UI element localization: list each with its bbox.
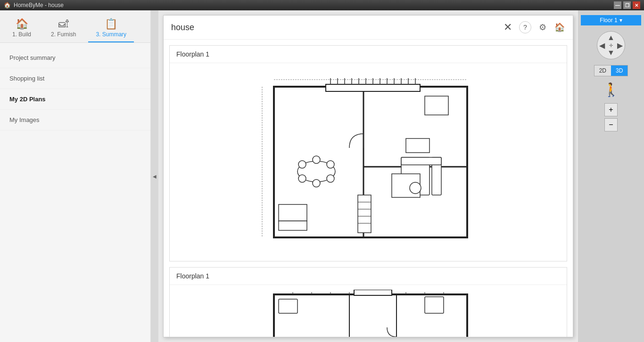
right-panel: Floor 1 ▾ ▲ ◀ ✛ ▶ ▼ 2D 3D 🚶 + − <box>578 10 644 342</box>
main-container: 🏠 1. Build 🛋 2. Furnish 📋 3. Summary Pro… <box>0 10 644 342</box>
floor-selector-container: Floor 1 ▾ <box>581 15 641 25</box>
tab-furnish[interactable]: 🛋 2. Furnish <box>43 14 83 42</box>
tab-furnish-label: 2. Furnish <box>51 31 76 38</box>
help-button[interactable]: ? <box>519 21 531 33</box>
svg-point-7 <box>327 175 334 182</box>
floorplan-2-image <box>170 285 567 337</box>
modal-title: house <box>171 23 194 33</box>
person-icon[interactable]: 🚶 <box>603 82 619 98</box>
furnish-icon: 🛋 <box>58 18 69 30</box>
compass-right-button[interactable]: ▶ <box>617 41 623 50</box>
my-2d-plans-label: My 2D Plans <box>9 96 46 103</box>
floorplan-2-svg <box>255 290 481 337</box>
floor-select-button[interactable]: Floor 1 ▾ <box>581 15 641 25</box>
view-3d-button[interactable]: 3D <box>611 65 627 76</box>
svg-rect-12 <box>401 157 441 165</box>
svg-rect-54 <box>279 299 297 313</box>
sidebar: 🏠 1. Build 🛋 2. Furnish 📋 3. Summary Pro… <box>0 10 151 342</box>
svg-point-6 <box>327 161 334 168</box>
sidebar-item-my-images[interactable]: My Images <box>0 110 150 130</box>
view-2d-button[interactable]: 2D <box>594 65 611 76</box>
modal-panel: house ✕ ? ⚙ 🏠 Floorplan 1 <box>163 15 573 337</box>
zoom-out-button[interactable]: − <box>604 118 618 131</box>
titlebar: 🏠 HomeByMe - house — ❐ ✕ <box>0 0 644 10</box>
floorplan-card-1: Floorplan 1 <box>169 45 567 261</box>
floorplan-2-label: Floorplan 1 <box>170 268 567 285</box>
svg-point-16 <box>410 182 421 194</box>
svg-rect-25 <box>279 204 307 221</box>
tab-build[interactable]: 🏠 1. Build <box>5 14 39 42</box>
compass-up-button[interactable]: ▲ <box>607 33 615 42</box>
zoom-controls: + − <box>604 103 618 131</box>
sidebar-item-shopping-list[interactable]: Shopping list <box>0 68 150 89</box>
svg-rect-14 <box>425 96 448 115</box>
floorplan-1-image <box>170 63 567 261</box>
compass-left-button[interactable]: ◀ <box>599 41 605 50</box>
svg-point-5 <box>313 156 320 163</box>
shopping-list-label: Shopping list <box>9 75 44 82</box>
settings-button[interactable]: ⚙ <box>537 22 548 33</box>
tab-summary-label: 3. Summary <box>96 31 126 38</box>
close-button[interactable]: ✕ <box>633 1 640 9</box>
svg-rect-13 <box>406 138 429 153</box>
sidebar-menu: Project summary Shopping list My 2D Plan… <box>0 43 150 135</box>
svg-rect-27 <box>326 84 420 91</box>
titlebar-left: 🏠 HomeByMe - house <box>4 2 64 8</box>
compass-down-button[interactable]: ▼ <box>607 49 615 57</box>
nav-tabs: 🏠 1. Build 🛋 2. Furnish 📋 3. Summary <box>0 10 150 43</box>
toggle-icon: ◀ <box>153 174 157 179</box>
content-area: house ✕ ? ⚙ 🏠 Floorplan 1 <box>158 10 578 342</box>
sidebar-item-project-summary[interactable]: Project summary <box>0 48 150 68</box>
nav-compass: ▲ ◀ ✛ ▶ ▼ <box>597 31 625 59</box>
project-summary-label: Project summary <box>9 54 56 61</box>
svg-point-8 <box>313 179 320 187</box>
modal-header: house ✕ ? ⚙ 🏠 <box>164 16 573 40</box>
floorplan-1-label: Floorplan 1 <box>170 46 567 63</box>
app-icon: 🏠 <box>4 2 11 8</box>
svg-rect-55 <box>425 297 444 313</box>
minimize-button[interactable]: — <box>614 1 621 9</box>
floorplan-card-2: Floorplan 1 <box>169 267 567 337</box>
sidebar-item-my-2d-plans[interactable]: My 2D Plans <box>0 89 150 110</box>
home-nav-button[interactable]: 🏠 <box>554 22 565 33</box>
floor-select-label: Floor 1 <box>600 17 617 24</box>
view-toggle: 2D 3D <box>594 65 628 76</box>
floorplan-1-svg <box>255 73 481 252</box>
sidebar-toggle[interactable]: ◀ <box>151 10 158 342</box>
titlebar-title: HomeByMe - house <box>14 2 64 8</box>
my-images-label: My Images <box>9 116 40 123</box>
build-icon: 🏠 <box>16 18 28 30</box>
summary-icon: 📋 <box>105 18 117 30</box>
maximize-button[interactable]: ❐ <box>623 1 631 9</box>
floor-select-arrow: ▾ <box>619 17 622 24</box>
svg-point-9 <box>298 175 306 182</box>
titlebar-controls[interactable]: — ❐ ✕ <box>614 1 640 9</box>
svg-rect-53 <box>354 290 392 295</box>
tab-summary[interactable]: 📋 3. Summary <box>88 14 134 42</box>
modal-close-button[interactable]: ✕ <box>502 22 513 33</box>
tab-build-label: 1. Build <box>12 31 31 38</box>
svg-rect-17 <box>358 195 371 233</box>
svg-rect-26 <box>279 221 307 230</box>
compass-center-icon: ✛ <box>609 43 613 48</box>
zoom-in-button[interactable]: + <box>604 103 618 116</box>
svg-point-4 <box>298 161 306 168</box>
